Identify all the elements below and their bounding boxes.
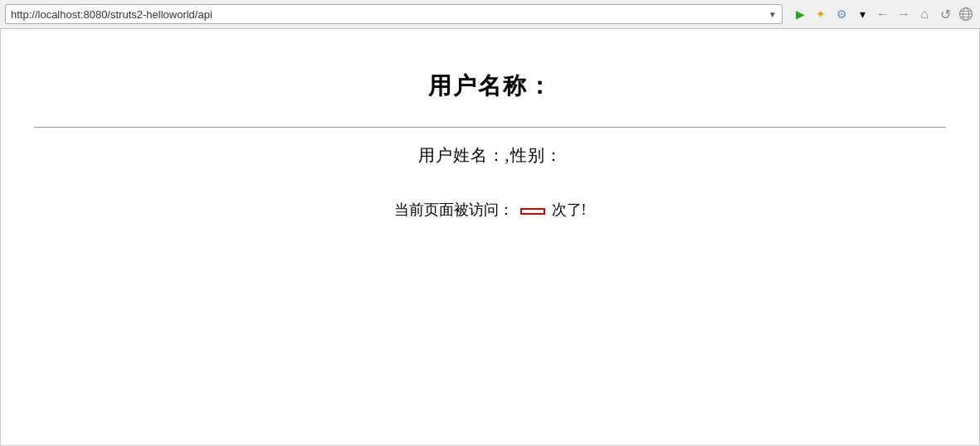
visit-prefix-text: 当前页面被访问： bbox=[394, 201, 514, 218]
title-section: 用户名称： bbox=[34, 70, 946, 102]
gear-dropdown-icon[interactable]: ▾ bbox=[853, 5, 871, 23]
address-text: http://localhost:8080/struts2-helloworld… bbox=[11, 8, 765, 21]
gear-icon[interactable]: ⚙ bbox=[832, 5, 851, 23]
user-info-text: 用户姓名：,性别： bbox=[34, 144, 946, 167]
page-content: 用户名称： 用户姓名：,性别： 当前页面被访问： 次了! bbox=[0, 29, 980, 446]
page-title: 用户名称： bbox=[34, 70, 946, 102]
address-bar[interactable]: http://localhost:8080/struts2-helloworld… bbox=[5, 4, 783, 24]
home-icon[interactable]: ⌂ bbox=[915, 5, 934, 23]
info-section: 用户姓名：,性别： bbox=[34, 144, 946, 167]
back-icon[interactable]: ← bbox=[874, 5, 892, 23]
forward-icon[interactable]: → bbox=[895, 5, 913, 23]
visit-count-box bbox=[520, 208, 545, 215]
visit-section: 当前页面被访问： 次了! bbox=[34, 200, 946, 220]
divider bbox=[34, 127, 946, 128]
star-icon[interactable]: ✦ bbox=[812, 5, 830, 23]
visit-suffix-text: 次了! bbox=[552, 201, 587, 218]
play-icon[interactable]: ▶ bbox=[791, 5, 809, 23]
globe-icon[interactable] bbox=[957, 5, 975, 23]
toolbar-icons: ▶ ✦ ⚙ ▾ ← → ⌂ ↺ bbox=[791, 5, 975, 23]
address-dropdown-icon[interactable]: ▼ bbox=[768, 10, 777, 19]
reload-icon[interactable]: ↺ bbox=[936, 5, 954, 23]
browser-toolbar: http://localhost:8080/struts2-helloworld… bbox=[0, 0, 980, 29]
